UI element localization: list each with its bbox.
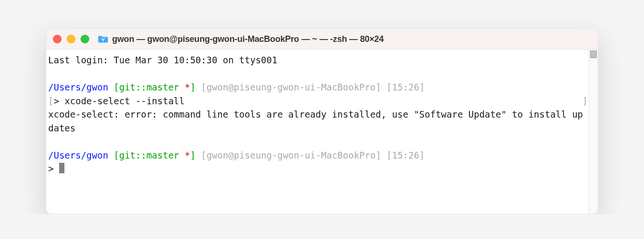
host-time: [gwon@piseung-gwon-ui-MacBookPro] [15:26… xyxy=(196,82,425,92)
bracket-open: [ xyxy=(48,96,53,106)
close-button[interactable] xyxy=(53,35,62,43)
command-text: xcode-select --install xyxy=(64,96,185,106)
cwd-path: /Users/gwon xyxy=(48,82,108,92)
git-branch: [git::master xyxy=(108,150,179,160)
git-close: ] xyxy=(190,150,195,160)
traffic-lights xyxy=(53,35,89,43)
prompt-arrow: > xyxy=(53,96,64,106)
prompt-arrow: > xyxy=(48,163,59,174)
error-output: xcode-select: error: command line tools … xyxy=(48,109,583,133)
titlebar[interactable]: gwon — gwon@piseung-gwon-ui-MacBookPro —… xyxy=(46,29,598,50)
git-dirty-marker: * xyxy=(179,82,190,92)
bracket-close: ] xyxy=(582,94,588,108)
terminal-body[interactable]: Last login: Tue Mar 30 10:50:30 on ttys0… xyxy=(46,50,589,214)
minimize-button[interactable] xyxy=(67,35,75,43)
scrollbar[interactable] xyxy=(589,50,598,214)
cwd-path: /Users/gwon xyxy=(48,150,108,160)
folder-icon xyxy=(98,35,108,43)
cursor xyxy=(59,163,64,173)
git-branch: [git::master xyxy=(108,82,179,92)
window-title: gwon — gwon@piseung-gwon-ui-MacBookPro —… xyxy=(112,34,384,44)
host-time: [gwon@piseung-gwon-ui-MacBookPro] [15:26… xyxy=(196,150,425,160)
git-dirty-marker: * xyxy=(179,150,190,160)
terminal-window: gwon — gwon@piseung-gwon-ui-MacBookPro —… xyxy=(46,29,598,214)
last-login-text: Last login: Tue Mar 30 10:50:30 on ttys0… xyxy=(48,55,277,65)
maximize-button[interactable] xyxy=(81,35,89,43)
scrollbar-thumb[interactable] xyxy=(590,50,597,58)
git-close: ] xyxy=(190,82,195,92)
